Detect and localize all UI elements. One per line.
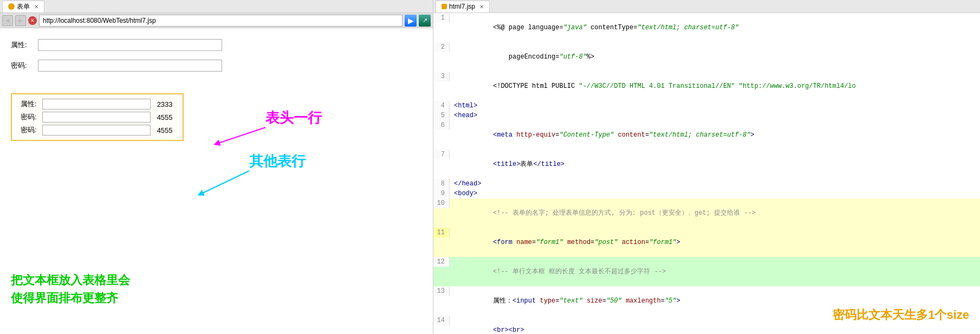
svg-line-0	[217, 127, 265, 144]
form-row-2: 密码:	[11, 60, 422, 72]
table-input-password[interactable]	[42, 112, 151, 123]
editor-tab[interactable]: html7.jsp ✕	[436, 1, 490, 12]
td-input-text2	[40, 124, 153, 137]
browser-tab-bar: 表单 ✕	[0, 0, 433, 13]
annotation-size: 密码比文本天生多1个size	[833, 307, 969, 323]
td-value-4555-2: 4555	[153, 124, 177, 137]
form-row-1: 属性:	[11, 39, 422, 51]
th-label-attr: 属性:	[17, 98, 40, 111]
code-line-6: 6 <meta http-equiv="Content-Type" conten…	[433, 120, 980, 150]
tab-close-icon[interactable]: ✕	[34, 4, 38, 10]
editor-tab-bar: html7.jsp ✕	[433, 0, 980, 13]
table-row-2: 密码: 4555	[17, 111, 177, 124]
table-highlight-box: 属性: 2333 密码:	[11, 93, 184, 141]
stop-button[interactable]: ✕	[28, 16, 37, 25]
code-line-10: 10 <!-- 表单的名字; 处理表单信息的方式, 分为: post（更安全）、…	[433, 198, 980, 228]
code-line-9: 9 <body>	[433, 189, 980, 198]
code-line-5: 5 <head>	[433, 111, 980, 120]
editor-panel: html7.jsp ✕ 1 <%@ page language="java" c…	[433, 0, 980, 334]
annotation-header: 表头一行	[265, 108, 322, 127]
arrow-header-svg	[211, 125, 271, 146]
code-area[interactable]: 1 <%@ page language="java" contentType="…	[433, 13, 980, 334]
tab-icon	[8, 3, 15, 10]
annotation-bottom: 把文本框放入表格里会 使得界面排布更整齐	[11, 271, 130, 307]
field2-input[interactable]	[38, 60, 222, 72]
table-input-text2[interactable]	[42, 125, 151, 136]
code-line-11: 11 <form name="form1" method="post" acti…	[433, 228, 980, 257]
td-label-password1: 密码:	[17, 111, 40, 124]
table-section: 属性: 2333 密码:	[11, 93, 184, 143]
table-input-text[interactable]	[42, 99, 151, 110]
editor-tab-label: html7.jsp	[449, 3, 475, 10]
field2-label: 密码:	[11, 61, 38, 70]
field1-input[interactable]	[38, 39, 222, 51]
browser-tab[interactable]: 表单 ✕	[2, 1, 44, 12]
table-row-header: 属性: 2333	[17, 98, 177, 111]
td-input-password	[40, 111, 153, 124]
forward-button[interactable]: ▶	[15, 15, 26, 26]
editor-tab-close-icon[interactable]: ✕	[479, 4, 484, 10]
code-line-3: 3 <!DOCTYPE html PUBLIC "-//W3C//DTD HTM…	[433, 72, 980, 101]
browser-tab-label: 表单	[17, 2, 30, 11]
editor-tab-icon	[442, 4, 447, 9]
arrow-other-svg	[195, 168, 255, 198]
code-line-12: 12 <!-- 单行文本框 框的长度 文本最长不超过多少字符 -->	[433, 257, 980, 286]
annotation-other: 其他表行	[249, 152, 306, 171]
svg-line-1	[200, 171, 249, 194]
back-button[interactable]: ◀	[2, 15, 13, 26]
td-value-2333: 2333	[153, 98, 177, 111]
td-value-4555-1: 4555	[153, 111, 177, 124]
main-container: 表单 ✕ ◀ ▶ ✕ ▶ ↗ 属性: 密码:	[0, 0, 980, 334]
td-label-password2: 密码:	[17, 124, 40, 137]
field1-label: 属性:	[11, 40, 38, 50]
code-line-1: 1 <%@ page language="java" contentType="…	[433, 13, 980, 42]
browser-panel: 表单 ✕ ◀ ▶ ✕ ▶ ↗ 属性: 密码:	[0, 0, 433, 334]
annotation-bottom-line1: 把文本框放入表格里会	[11, 271, 130, 289]
table-row-3: 密码: 4555	[17, 124, 177, 137]
annotation-bottom-line2: 使得界面排布更整齐	[11, 289, 130, 307]
url-input[interactable]	[39, 15, 403, 27]
td-input-attr	[40, 98, 153, 111]
code-line-8: 8 </head>	[433, 179, 980, 189]
open-button[interactable]: ↗	[419, 15, 431, 27]
go-button[interactable]: ▶	[405, 15, 417, 27]
code-line-2: 2 pageEncoding="utf-8"%>	[433, 42, 980, 72]
code-line-4: 4 <html>	[433, 101, 980, 111]
form-table: 属性: 2333 密码:	[17, 98, 177, 137]
browser-nav-bar: ◀ ▶ ✕ ▶ ↗	[0, 13, 433, 28]
code-line-7: 7 <title>表单</title>	[433, 150, 980, 179]
browser-content: 属性: 密码: 属性:	[0, 28, 433, 334]
